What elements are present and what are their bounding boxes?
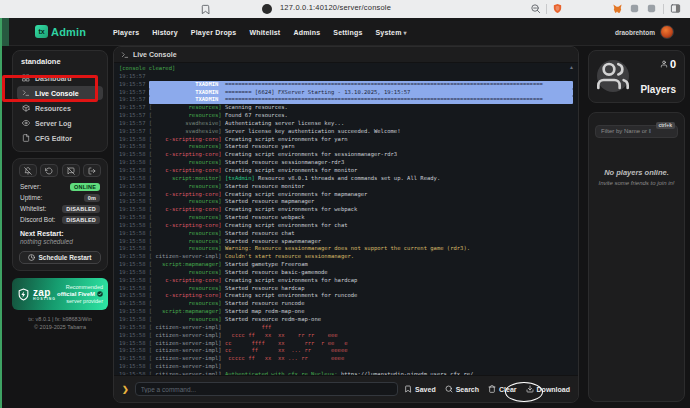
players-summary-card[interactable]: 0 Players [588, 50, 685, 103]
txadmin-logo-text: Admin [51, 26, 86, 38]
zap-shield-icon [17, 288, 30, 301]
nav-item-whitelist[interactable]: Whitelist [249, 29, 280, 36]
sidebar-item-cfg-editor[interactable]: CFG Editor [17, 131, 103, 145]
next-restart-value: nothing scheduled [13, 238, 107, 247]
command-input[interactable] [135, 382, 398, 396]
console-line: 19:15:58 [ c-scripting-core] Creating sc… [119, 167, 573, 175]
zoom-out-icon[interactable] [530, 3, 541, 14]
shield-icon[interactable] [552, 3, 563, 14]
trash-icon [488, 385, 496, 393]
disable-chat-button[interactable] [62, 164, 80, 177]
background-strip [0, 18, 2, 408]
zap-hosting-ad[interactable]: zap HOSTING Recommended official FiveM s… [12, 278, 108, 310]
console-line: 19:15:57 [ svadhesive] Server license ke… [119, 128, 573, 136]
console-line: 19:15:58 [ script:mapmanager] Started ma… [119, 308, 573, 316]
status-row-whitelist-: Whitelist:DISABLED [13, 203, 107, 214]
saved-button-label: Saved [415, 386, 436, 393]
schedule-restart-button[interactable]: Schedule Restart [19, 251, 101, 264]
status-badge: DISABLED [62, 216, 100, 224]
nav-item-history[interactable]: History [152, 29, 178, 36]
console-line: 19:15:58 [ citizen-server-impl] cc ffff … [119, 340, 573, 348]
console-line: [console cleared] [119, 65, 573, 73]
sidebar: standalone DashboardLive ConsoleResource… [12, 50, 108, 331]
console-line: 19:15:58 [ c-scripting-core] Creating sc… [119, 206, 573, 214]
console-line: 19:15:57 [ svadhesive] Authenticating se… [119, 120, 573, 128]
fox-extension-icon[interactable] [612, 3, 623, 14]
zap-logo-sub: HOSTING [33, 297, 56, 301]
restart-server-button[interactable] [40, 164, 58, 177]
version-text: tx: v8.0.1 | fx: b98683/Win [12, 315, 108, 323]
background-strip [2, 18, 9, 46]
nav-item-settings[interactable]: Settings [333, 29, 362, 36]
console-line: 19:15:57 TXADMIN ======== [6624] FXServe… [119, 89, 573, 97]
ad-line2: official FiveM [57, 291, 103, 298]
clear-button[interactable]: Clear [488, 385, 517, 393]
live-console-panel: Live Console ▲ [console cleared]19:15:57… [113, 46, 579, 403]
players-icon [597, 60, 629, 92]
prompt-icon: ❯ [122, 385, 129, 394]
txadmin-app: tx Admin PlayersHistoryPlayer DropsWhite… [0, 18, 690, 408]
search-button[interactable]: Search [445, 385, 479, 393]
console-line: 19:15:58 [ resources] Started resource y… [119, 143, 573, 151]
username: draobrehtom [615, 29, 655, 36]
players-title: Players [640, 84, 676, 95]
search-icon [445, 385, 453, 393]
status-row-server-: Server:ONLINE [13, 181, 107, 192]
server-name: standalone [13, 51, 107, 70]
sidebar-item-server-log[interactable]: Server Log [17, 116, 103, 130]
console-command-bar: ❯ SavedSearchClearDownload [114, 375, 578, 402]
status-badge: ONLINE [70, 183, 100, 191]
shortcut-badge: ctrl+k [656, 122, 675, 129]
terminal-icon [22, 89, 30, 97]
bookmark-icon[interactable] [200, 4, 211, 15]
console-line: 19:15:58 [ resources] Started resource w… [119, 214, 573, 222]
txadmin-logo[interactable]: tx Admin [35, 25, 86, 38]
extension-icon[interactable] [646, 3, 657, 14]
status-label: Uptime: [20, 194, 42, 201]
console-line: 19:15:58 [ citizen-server-impl] ccccc ff… [119, 355, 573, 363]
ad-line1: Recommended [57, 284, 103, 291]
nav-item-admins[interactable]: Admins [293, 29, 320, 36]
toolbar-divider [663, 4, 664, 14]
console-line: 19:15:58 [ resources] Started resource r… [119, 316, 573, 324]
extension-icon[interactable] [629, 3, 640, 14]
copyright-text: © 2019-2025 Tabarra [12, 323, 108, 331]
split-view-icon[interactable] [670, 3, 681, 14]
console-line: 19:15:58 [ resources] Started resource r… [119, 300, 573, 308]
nav-item-system[interactable]: System▾ [376, 29, 407, 36]
server-menu-card: standalone DashboardLive ConsoleResource… [12, 50, 108, 152]
nav-item-players[interactable]: Players [113, 29, 139, 36]
console-line: 19:15:58 [ citizen-server-impl] Authenti… [119, 371, 573, 375]
console-output[interactable]: ▲ [console cleared]19:15:5719:15:57 TXAD… [114, 63, 578, 375]
cfg-editor-icon [22, 134, 30, 142]
sidebar-item-live-console[interactable]: Live Console [17, 86, 103, 100]
console-line: 19:15:58 [ c-scripting-core] Creating sc… [119, 151, 573, 159]
download-button[interactable]: Download [526, 385, 570, 393]
players-sidebar: 0 Players ctrl+k No players online. Invi… [588, 50, 685, 402]
kick-all-button[interactable] [83, 164, 101, 177]
site-info-icon[interactable] [262, 4, 272, 14]
saved-button[interactable]: Saved [404, 385, 436, 393]
console-line: 19:15:58 [ citizen-server-impl] Couldn't… [119, 253, 573, 261]
console-line: 19:15:58 [ resources] Warning: Resource … [119, 245, 573, 253]
scroll-top-icon[interactable]: ▲ [569, 64, 574, 70]
status-label: Discord Bot: [20, 216, 55, 223]
mute-announcements-button[interactable] [19, 164, 37, 177]
user-menu[interactable]: draobrehtom [615, 18, 674, 46]
address-bar[interactable]: 127.0.0.1:40120/server/console [280, 3, 391, 12]
kick-all-icon [88, 167, 96, 175]
sidebar-item-dashboard[interactable]: Dashboard [17, 71, 103, 85]
nav-item-player-drops[interactable]: Player Drops [191, 29, 237, 36]
console-line: 19:15:58 [ citizen-server-impl] fff [119, 324, 573, 332]
selected-text: TXADMIN ================================… [149, 81, 573, 89]
console-line: 19:15:57 [ resources] Scanning resources… [119, 104, 573, 112]
server-status-card: Server:ONLINEUptime:0mWhitelist:DISABLED… [12, 158, 108, 271]
zap-logo-text: zap [33, 288, 56, 297]
sidebar-item-resources[interactable]: Resources [17, 101, 103, 115]
console-line: 19:15:58 [ citizen-server-impl] cccc ff … [119, 332, 573, 340]
avatar[interactable] [660, 25, 674, 39]
empty-state-title: No players online. [595, 168, 678, 177]
console-title: Live Console [133, 51, 177, 58]
console-line: 19:15:58 [ c-scripting-core] Creating sc… [119, 136, 573, 144]
selected-text: TXADMIN ======== [6624] FXServer Startin… [149, 89, 573, 97]
